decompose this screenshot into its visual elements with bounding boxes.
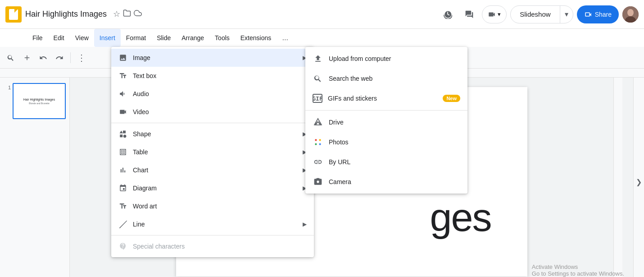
insert-menu-diagram[interactable]: Diagram ▶ — [111, 179, 314, 197]
undo-button[interactable] — [36, 51, 50, 65]
url-label: By URL — [329, 158, 350, 166]
insert-wordart-label: Word art — [133, 203, 157, 210]
folder-icon[interactable] — [123, 9, 131, 19]
insert-image-label: Image — [133, 54, 150, 61]
image-gifs-option[interactable]: GIF GIFs and stickers New — [305, 88, 467, 108]
image-search-option[interactable]: Search the web — [305, 69, 467, 88]
slides-sidebar: 1 Hair Highlights Images Blonde and Brun… — [0, 78, 70, 277]
image-url-option[interactable]: By URL — [305, 152, 467, 172]
textbox-icon — [118, 72, 127, 80]
menu-arrange[interactable]: Arrange — [176, 29, 209, 47]
slide-main-text: ges — [430, 194, 491, 240]
menu-more[interactable]: … — [277, 29, 294, 47]
wordart-icon — [118, 202, 127, 210]
insert-menu-wordart[interactable]: Word art — [111, 197, 314, 215]
insert-menu-chart[interactable]: Chart ▶ — [111, 161, 314, 179]
insert-menu-special[interactable]: Special characters — [111, 237, 314, 255]
insert-diagram-label: Diagram — [133, 185, 157, 192]
search-web-label: Search the web — [329, 75, 372, 82]
drive-icon — [313, 117, 323, 128]
meet-button[interactable]: ▾ — [482, 5, 507, 23]
image-drive-option[interactable]: Drive — [305, 112, 467, 132]
slide-preview-subtitle: Blonde and Brunette — [29, 102, 50, 105]
diagram-icon — [118, 184, 127, 192]
menu-tools[interactable]: Tools — [209, 29, 235, 47]
comments-button[interactable] — [460, 5, 478, 23]
upload-icon — [313, 53, 323, 64]
history-button[interactable] — [439, 5, 457, 23]
slide-thumbnail-1[interactable]: 1 Hair Highlights Images Blonde and Brun… — [2, 81, 68, 121]
camera-icon — [313, 176, 323, 187]
audio-icon — [118, 90, 127, 98]
svg-point-1 — [627, 9, 634, 16]
image-submenu-dropdown: Upload from computer Search the web GIF … — [305, 47, 467, 194]
insert-chart-label: Chart — [133, 166, 148, 174]
slideshow-label: Slideshow — [511, 6, 560, 23]
menu-edit[interactable]: Edit — [48, 29, 70, 47]
menu-format[interactable]: Format — [121, 29, 151, 47]
image-upload-option[interactable]: Upload from computer — [305, 49, 467, 69]
insert-video-label: Video — [133, 108, 149, 115]
search-web-icon — [313, 73, 323, 84]
menu-view[interactable]: View — [70, 29, 94, 47]
insert-shape-label: Shape — [133, 130, 151, 138]
cloud-icon[interactable] — [134, 9, 142, 19]
photos-label: Photos — [329, 138, 349, 146]
more-options-button[interactable]: ⋮ — [74, 51, 89, 65]
special-icon — [118, 242, 127, 250]
table-icon — [118, 148, 127, 156]
slideshow-button[interactable]: Slideshow ▾ — [510, 5, 573, 23]
slide-number: 1 — [4, 85, 11, 90]
user-avatar[interactable] — [622, 6, 639, 23]
upload-label: Upload from computer — [329, 55, 391, 62]
insert-menu-textbox[interactable]: Text box — [111, 67, 314, 85]
image-camera-option[interactable]: Camera — [305, 172, 467, 192]
app-icon — [5, 6, 22, 23]
menu-extensions[interactable]: Extensions — [235, 29, 277, 47]
svg-point-7 — [319, 143, 321, 145]
star-icon[interactable]: ☆ — [113, 9, 120, 19]
insert-textbox-label: Text box — [133, 72, 156, 79]
insert-special-label: Special characters — [133, 243, 185, 250]
svg-point-4 — [315, 139, 317, 141]
slide-preview-title: Hair Highlights Images — [23, 98, 55, 101]
chevron-right-icon: ❯ — [636, 178, 642, 186]
camera-label: Camera — [329, 178, 351, 185]
insert-menu-audio[interactable]: Audio — [111, 85, 314, 103]
svg-point-6 — [315, 143, 317, 145]
image-photos-option[interactable]: Photos — [305, 132, 467, 152]
url-icon — [313, 157, 323, 167]
insert-menu-video[interactable]: Video — [111, 103, 314, 121]
menu-slide[interactable]: Slide — [151, 29, 176, 47]
meet-label: ▾ — [498, 11, 501, 18]
menu-insert[interactable]: Insert — [94, 29, 121, 47]
search-button[interactable] — [4, 51, 18, 65]
zoom-in-button[interactable] — [20, 51, 34, 65]
menu-file[interactable]: File — [27, 29, 48, 47]
insert-menu-image[interactable]: Image ▶ — [111, 49, 314, 67]
drive-label: Drive — [329, 119, 344, 126]
photos-icon — [313, 137, 323, 148]
slideshow-dropdown-arrow[interactable]: ▾ — [560, 6, 573, 23]
gifs-label: GIFs and stickers — [328, 95, 377, 102]
insert-menu-line[interactable]: Line ▶ — [111, 215, 314, 233]
insert-audio-label: Audio — [133, 90, 149, 97]
insert-menu-shape[interactable]: Shape ▶ — [111, 125, 314, 143]
right-panel-collapse[interactable]: ❯ — [633, 78, 644, 277]
insert-line-label: Line — [133, 221, 145, 228]
top-bar: Hair Highlights Images ☆ ▾ Slideshow ▾ S… — [0, 0, 644, 29]
svg-point-5 — [319, 139, 321, 141]
activate-windows-line2: Go to Settings to activate Windows. — [532, 270, 624, 277]
video-icon — [118, 108, 127, 116]
redo-button[interactable] — [52, 51, 67, 65]
document-title: Hair Highlights Images — [25, 9, 107, 19]
menu-bar: File Edit View Insert Format Slide Arran… — [0, 29, 644, 47]
line-icon — [118, 220, 127, 228]
share-label: Share — [595, 11, 612, 18]
title-icons: ☆ — [113, 9, 142, 19]
menu-separator-2 — [111, 235, 314, 235]
insert-table-label: Table — [133, 148, 148, 156]
share-button[interactable]: Share — [577, 5, 619, 23]
insert-menu-table[interactable]: Table ▶ — [111, 143, 314, 161]
shape-icon — [118, 130, 127, 138]
